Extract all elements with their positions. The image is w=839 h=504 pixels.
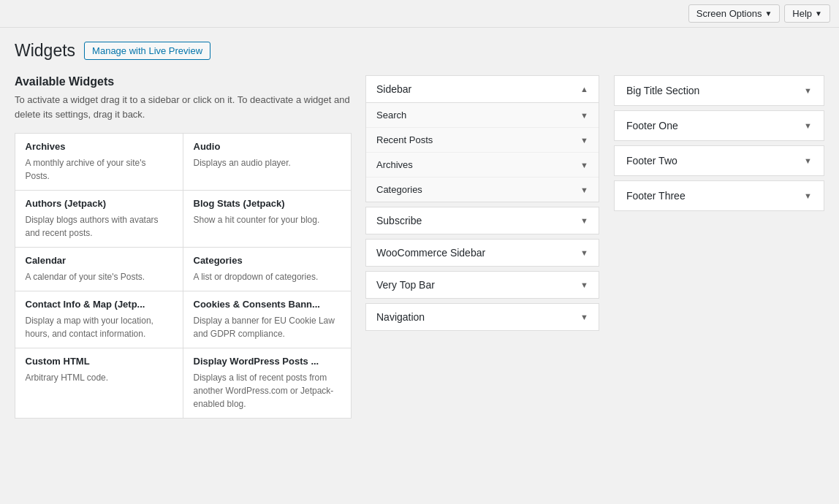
widget-item[interactable]: Custom HTMLArbitrary HTML code. bbox=[15, 348, 183, 419]
page-wrap: Widgets Manage with Live Preview Availab… bbox=[0, 28, 839, 431]
sidebar-other-section-title: WooCommerce Sidebar bbox=[376, 247, 485, 259]
chevron-down-icon: ▼ bbox=[580, 161, 588, 169]
widget-item[interactable]: Display WordPress Posts ...Displays a li… bbox=[183, 348, 352, 419]
help-chevron-icon: ▼ bbox=[815, 9, 822, 18]
sidebar-widget-item[interactable]: Archives▼ bbox=[366, 153, 599, 177]
screen-options-chevron-icon: ▼ bbox=[764, 9, 772, 18]
sidebar-widget-item[interactable]: Search▼ bbox=[366, 103, 599, 128]
chevron-down-icon: ▼ bbox=[580, 313, 588, 321]
footer-areas-panel: Big Title Section ▼ Footer One ▼ Footer … bbox=[614, 75, 824, 418]
footer-section: Footer Two ▼ bbox=[614, 145, 824, 176]
footer-section-title: Footer Two bbox=[626, 155, 677, 167]
sidebar-other-areas: Subscribe ▼ WooCommerce Sidebar ▼ Very T… bbox=[365, 207, 599, 331]
widget-desc: Display a banner for EU Cookie Law and G… bbox=[194, 314, 341, 340]
chevron-down-icon: ▼ bbox=[804, 86, 812, 95]
screen-options-button[interactable]: Screen Options ▼ bbox=[688, 4, 781, 23]
sidebar-title: Sidebar bbox=[376, 83, 411, 95]
footer-section: Footer Three ▼ bbox=[614, 180, 824, 211]
sidebar-other-section: Very Top Bar ▼ bbox=[365, 271, 599, 299]
footer-section-header[interactable]: Footer Two ▼ bbox=[615, 146, 824, 175]
chevron-down-icon: ▼ bbox=[580, 136, 588, 145]
chevron-down-icon: ▼ bbox=[580, 111, 588, 120]
footer-section-title: Big Title Section bbox=[626, 85, 699, 96]
screen-options-label: Screen Options bbox=[696, 8, 762, 19]
available-widgets-description: To activate a widget drag it to a sideba… bbox=[15, 93, 351, 121]
footer-section: Big Title Section ▼ bbox=[614, 75, 824, 106]
sidebar-other-section-header[interactable]: Subscribe ▼ bbox=[366, 207, 599, 234]
widget-desc: Display a map with your location, hours,… bbox=[26, 314, 172, 340]
widget-item[interactable]: Authors (Jetpack)Display blogs authors w… bbox=[15, 190, 183, 248]
chevron-down-icon: ▼ bbox=[580, 216, 588, 225]
widget-item[interactable]: ArchivesA monthly archive of your site's… bbox=[15, 133, 183, 191]
sidebar-other-section-header[interactable]: WooCommerce Sidebar ▼ bbox=[366, 240, 599, 266]
sidebar-widget-item[interactable]: Recent Posts▼ bbox=[366, 128, 599, 153]
available-widgets-heading: Available Widgets bbox=[15, 75, 351, 88]
widget-item[interactable]: Contact Info & Map (Jetp...Display a map… bbox=[15, 291, 183, 348]
sidebar-other-section: WooCommerce Sidebar ▼ bbox=[365, 239, 599, 267]
page-header: Widgets Manage with Live Preview bbox=[15, 41, 824, 61]
available-widgets-panel: Available Widgets To activate a widget d… bbox=[15, 75, 351, 418]
widget-name: Custom HTML bbox=[26, 356, 172, 367]
sidebar-other-section: Navigation ▼ bbox=[365, 303, 599, 331]
widget-name: Authors (Jetpack) bbox=[26, 198, 172, 209]
chevron-down-icon: ▼ bbox=[804, 156, 812, 165]
chevron-down-icon: ▼ bbox=[804, 191, 812, 200]
help-label: Help bbox=[792, 8, 812, 19]
sidebar-widget-item[interactable]: Categories▼ bbox=[366, 177, 599, 202]
widget-name: Contact Info & Map (Jetp... bbox=[26, 299, 172, 310]
live-preview-button[interactable]: Manage with Live Preview bbox=[84, 42, 210, 60]
widget-desc: A calendar of your site's Posts. bbox=[26, 270, 172, 283]
sidebar-widget-name: Search bbox=[376, 110, 406, 121]
widget-desc: Display blogs authors with avatars and r… bbox=[26, 213, 172, 240]
chevron-down-icon: ▼ bbox=[580, 186, 588, 194]
sidebar-other-section-header[interactable]: Navigation ▼ bbox=[366, 304, 599, 330]
sidebar-other-section-title: Subscribe bbox=[376, 215, 422, 226]
sidebar-section: Sidebar ▲ Search▼Recent Posts▼Archives▼C… bbox=[365, 75, 599, 202]
footer-section-header[interactable]: Footer Three ▼ bbox=[615, 181, 824, 210]
widget-name: Archives bbox=[26, 141, 172, 152]
sidebar-widget-name: Archives bbox=[376, 159, 413, 170]
widget-desc: Show a hit counter for your blog. bbox=[194, 213, 341, 226]
widget-item[interactable]: AudioDisplays an audio player. bbox=[183, 133, 352, 191]
widget-name: Categories bbox=[194, 255, 341, 266]
page-title: Widgets bbox=[15, 41, 75, 61]
widget-desc: Arbitrary HTML code. bbox=[26, 371, 172, 384]
sidebar-widget-name: Categories bbox=[376, 184, 422, 195]
widget-grid: ArchivesA monthly archive of your site's… bbox=[15, 133, 351, 418]
widget-name: Blog Stats (Jetpack) bbox=[194, 198, 341, 209]
sidebar-collapse-icon: ▲ bbox=[580, 85, 588, 93]
footer-section: Footer One ▼ bbox=[614, 110, 824, 141]
widget-item[interactable]: CategoriesA list or dropdown of categori… bbox=[183, 247, 352, 291]
widget-name: Display WordPress Posts ... bbox=[194, 356, 341, 367]
chevron-down-icon: ▼ bbox=[580, 248, 588, 257]
widget-item[interactable]: Cookies & Consents Bann...Display a bann… bbox=[183, 291, 352, 348]
top-bar: Screen Options ▼ Help ▼ bbox=[0, 0, 839, 28]
help-button[interactable]: Help ▼ bbox=[784, 4, 830, 23]
sidebar-other-section-header[interactable]: Very Top Bar ▼ bbox=[366, 272, 599, 298]
sidebar-other-section-title: Navigation bbox=[376, 311, 425, 323]
widget-desc: Displays an audio player. bbox=[194, 156, 341, 169]
chevron-down-icon: ▼ bbox=[580, 280, 588, 289]
widget-item[interactable]: Blog Stats (Jetpack)Show a hit counter f… bbox=[183, 190, 352, 248]
sidebar-areas-panel: Sidebar ▲ Search▼Recent Posts▼Archives▼C… bbox=[365, 75, 599, 418]
footer-section-title: Footer Three bbox=[626, 190, 686, 202]
sidebar-widget-name: Recent Posts bbox=[376, 134, 433, 145]
sidebar-other-section-title: Very Top Bar bbox=[376, 279, 435, 291]
widget-name: Cookies & Consents Bann... bbox=[194, 299, 341, 310]
sidebar-section-header[interactable]: Sidebar ▲ bbox=[366, 76, 599, 103]
footer-section-header[interactable]: Big Title Section ▼ bbox=[615, 76, 824, 105]
footer-section-header[interactable]: Footer One ▼ bbox=[615, 111, 824, 140]
chevron-down-icon: ▼ bbox=[804, 121, 812, 130]
footer-section-title: Footer One bbox=[626, 120, 678, 131]
footer-areas-container: Big Title Section ▼ Footer One ▼ Footer … bbox=[614, 75, 824, 211]
widget-item[interactable]: CalendarA calendar of your site's Posts. bbox=[15, 247, 183, 291]
widget-name: Audio bbox=[194, 141, 341, 152]
main-content: Available Widgets To activate a widget d… bbox=[15, 75, 824, 418]
widget-desc: A monthly archive of your site's Posts. bbox=[26, 156, 172, 183]
widget-name: Calendar bbox=[26, 255, 172, 266]
sidebar-other-section: Subscribe ▼ bbox=[365, 207, 599, 234]
sidebar-widgets-list: Search▼Recent Posts▼Archives▼Categories▼ bbox=[366, 103, 599, 202]
widget-desc: Displays a list of recent posts from ano… bbox=[194, 371, 341, 411]
widget-desc: A list or dropdown of categories. bbox=[194, 270, 341, 283]
